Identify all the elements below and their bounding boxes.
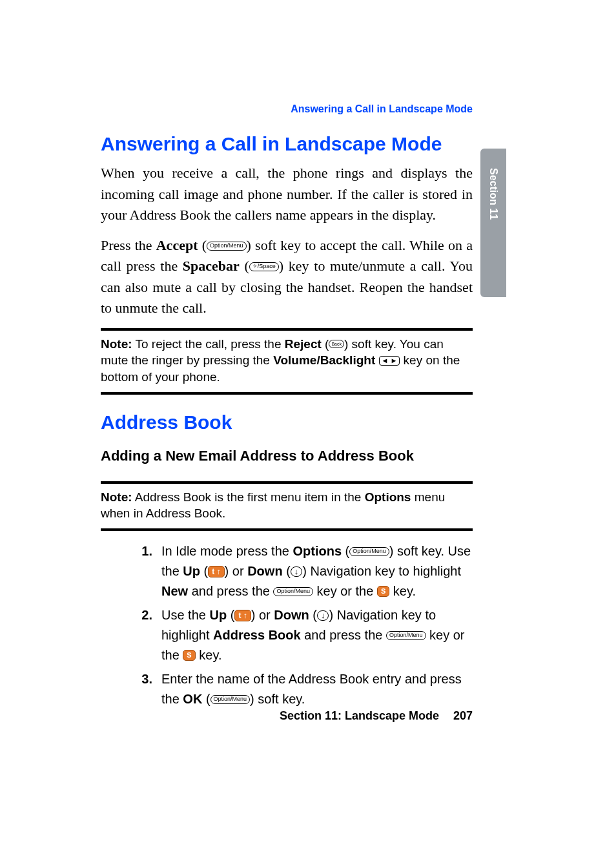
s-key-icon: S [183,650,195,661]
option-menu-key-icon: Option/Menu [207,242,247,251]
new-label: New [161,584,188,598]
step-text: In Idle mode press the Options (Option/M… [161,541,473,601]
text-fragment: Navigation key to highlight [307,564,461,578]
subheading-add-email: Adding a New Email Address to Address Bo… [101,448,473,464]
intro-paragraph: When you receive a call, the phone rings… [101,163,473,226]
text-fragment: Enter the name of the Address Book entry… [161,672,462,706]
ok-label: OK [183,692,202,706]
volume-backlight-label: Volume/Backlight [273,353,375,367]
accept-label: Accept [156,237,198,253]
up-key-icon: t ↑ [208,566,224,577]
left-right-key-icon: ◄ ► [379,356,400,366]
step-text: Enter the name of the Address Book entry… [161,669,473,709]
text-fragment: soft key. [254,692,305,706]
heading-address-book: Address Book [101,411,473,433]
text-fragment: key or the [313,584,377,598]
text-fragment: key. [196,648,222,662]
text-fragment: key. [389,584,416,598]
step-1: 1. In Idle mode press the Options (Optio… [101,541,473,601]
down-key-icon: ↓ [317,610,329,621]
text-fragment: or [229,564,247,578]
note-label: Note: [101,490,132,504]
note-label: Note: [101,337,132,351]
option-menu-key-icon: Option/Menu [349,547,389,556]
text-fragment: and press the [188,584,273,598]
down-label: Down [274,608,309,622]
text-fragment: or [255,608,274,622]
text-fragment: Address Book is the first menu item in t… [132,490,365,504]
options-label: Options [293,544,342,558]
step-text: Use the Up (t ↑) or Down (↓) Navigation … [161,605,473,665]
option-menu-key-icon: Option/Menu [273,587,313,596]
paren: ) [247,237,251,253]
section-tab: Section 11 [480,149,506,297]
text-fragment: In Idle mode press the [161,544,293,558]
heading-answering-call: Answering a Call in Landscape Mode [101,133,473,155]
down-label: Down [247,564,282,578]
section-tab-label: Section 11 [488,168,499,220]
step-3: 3. Enter the name of the Address Book en… [101,669,473,709]
text-fragment: To reject the call, press the [132,337,285,351]
text-fragment: Press the [101,237,156,253]
back-key-icon: Back [329,340,344,348]
paren: ( [202,237,207,253]
footer-section-label: Section 11: Landscape Mode [280,709,439,722]
running-header: Answering a Call in Landscape Mode [101,103,473,115]
note-reject-call: Note: To reject the call, press the Reje… [101,331,473,392]
note-rule-bottom [101,392,473,395]
spacebar-label: Spacebar [183,258,240,274]
option-menu-key-icon: Option/Menu [210,695,251,704]
address-book-label: Address Book [213,628,301,642]
down-key-icon: ↓ [291,566,303,577]
note-rule-bottom-2 [101,528,473,531]
page-footer: Section 11: Landscape Mode207 [101,709,473,723]
option-menu-key-icon: Option/Menu [386,631,426,640]
options-label: Options [365,490,411,504]
page-number: 207 [453,709,473,722]
space-key-icon: ✧/Space [249,262,279,271]
text-fragment: Use the [161,608,209,622]
step-number: 1. [101,541,161,601]
accept-instructions-paragraph: Press the Accept (Option/Menu) soft key … [101,235,473,319]
up-label: Up [183,564,200,578]
step-number: 3. [101,669,161,709]
reject-label: Reject [285,337,322,351]
s-key-icon: S [377,586,389,597]
steps-list: 1. In Idle mode press the Options (Optio… [101,541,473,709]
step-number: 2. [101,605,161,665]
up-key-icon: t ↑ [234,610,251,621]
paren: ( [245,258,249,274]
text-fragment: and press the [301,628,386,642]
note-address-book-menu: Note: Address Book is the first menu ite… [101,484,473,528]
step-2: 2. Use the Up (t ↑) or Down (↓) Navigati… [101,605,473,665]
up-label: Up [209,608,227,622]
